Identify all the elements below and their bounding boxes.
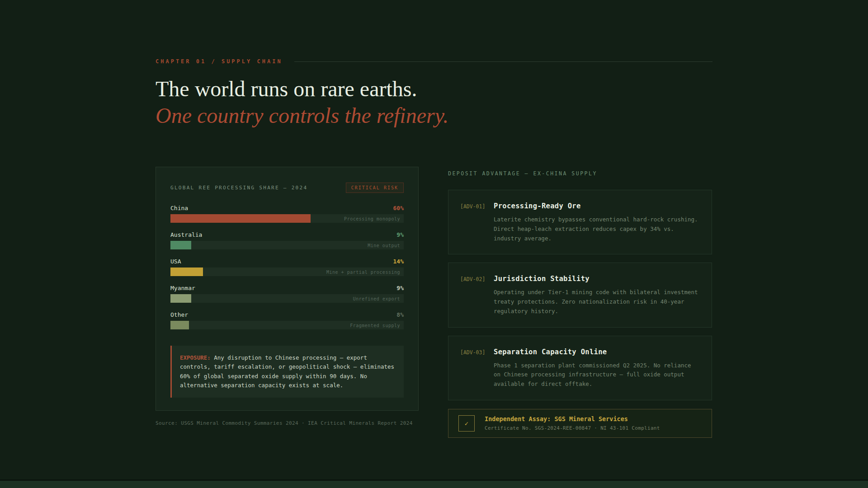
bar-chart: China 60% Processing monopoly Australia … (170, 205, 404, 329)
bar-row-china: China 60% Processing monopoly (170, 205, 404, 223)
bar-row-other: Other 8% Fragmented supply (170, 311, 404, 329)
bar-note: Mine output (368, 243, 400, 248)
certificate-title: Independent Assay: SGS Mineral Services (485, 415, 660, 422)
bar-label: USA (170, 258, 181, 265)
deposit-advantage-column: DEPOSIT ADVANTAGE — EX-CHINA SUPPLY [ADV… (448, 167, 712, 438)
exposure-text: Any disruption to Chinese processing — e… (180, 354, 394, 389)
advantage-title: Jurisdiction Stability (494, 275, 700, 283)
exposure-warning-box: EXPOSURE: Any disruption to Chinese proc… (170, 346, 404, 398)
checkmark-icon: ✓ (458, 415, 475, 432)
bar-track: Unrefined export (170, 294, 404, 303)
bar-value: 8% (396, 311, 404, 318)
advantage-card-2: [ADV-02] Jurisdiction Stability Operatin… (448, 263, 712, 327)
bar-row-australia: Australia 9% Mine output (170, 231, 404, 249)
bar-label: Australia (170, 231, 202, 238)
bar-track: Fragmented supply (170, 321, 404, 329)
advantage-id: [ADV-02] (460, 275, 489, 316)
certificate-number: Certificate No. SGS-2024-REE-00847 · NI … (485, 425, 660, 431)
bar-label: Other (170, 311, 188, 318)
bar-note: Processing monopoly (344, 216, 400, 221)
advantages-header: DEPOSIT ADVANTAGE — EX-CHINA SUPPLY (448, 170, 712, 177)
bar-value: 9% (396, 231, 404, 238)
chart-title: GLOBAL REE PROCESSING SHARE — 2024 (170, 185, 307, 191)
advantage-card-1: [ADV-01] Processing-Ready Ore Laterite c… (448, 190, 712, 254)
bar-note: Mine + partial processing (326, 269, 400, 274)
bar-fill (170, 214, 311, 223)
bar-fill (170, 321, 189, 329)
exposure-label: EXPOSURE: (180, 354, 211, 361)
bar-label: China (170, 205, 188, 211)
advantage-title: Processing-Ready Ore (494, 202, 700, 210)
bar-value: 14% (393, 258, 404, 265)
advantage-body: Laterite chemistry bypasses conventional… (494, 215, 700, 243)
headline-primary: The world runs on rare earths. (156, 75, 712, 102)
advantage-title: Separation Capacity Online (494, 348, 700, 356)
bar-label: Myanmar (170, 285, 195, 291)
bar-track: Mine output (170, 241, 404, 249)
bar-value: 9% (396, 285, 404, 291)
section-supply-chain: CHAPTER 01 / SUPPLY CHAIN The world runs… (156, 58, 712, 438)
advantage-body: Operating under Tier-1 mining code with … (494, 288, 700, 316)
bar-track: Processing monopoly (170, 214, 404, 223)
headline-accent: One country controls the refinery. (156, 102, 712, 129)
page-title: The world runs on rare earths. One count… (156, 75, 712, 129)
advantage-card-3: [ADV-03] Separation Capacity Online Phas… (448, 336, 712, 400)
bar-row-myanmar: Myanmar 9% Unrefined export (170, 285, 404, 303)
bar-value: 60% (393, 205, 404, 211)
next-section-edge (0, 479, 868, 488)
critical-risk-badge: CRITICAL RISK (346, 183, 404, 193)
assay-certificate-box: ✓ Independent Assay: SGS Mineral Service… (448, 409, 712, 438)
chapter-rule-divider (294, 61, 712, 62)
bar-note: Unrefined export (353, 296, 400, 301)
bar-track: Mine + partial processing (170, 267, 404, 276)
bar-fill (170, 241, 191, 249)
bar-row-usa: USA 14% Mine + partial processing (170, 258, 404, 276)
chapter-label: CHAPTER 01 / SUPPLY CHAIN (156, 58, 283, 65)
bar-fill (170, 294, 191, 303)
chapter-header: CHAPTER 01 / SUPPLY CHAIN (156, 58, 712, 65)
bar-note: Fragmented supply (350, 323, 400, 328)
bar-fill (170, 267, 203, 276)
advantage-body: Phase 1 separation plant commissioned Q2… (494, 361, 700, 389)
source-citation: Source: USGS Mineral Commodity Summaries… (156, 420, 419, 426)
advantage-id: [ADV-01] (460, 202, 489, 243)
processing-share-panel: GLOBAL REE PROCESSING SHARE — 2024 CRITI… (156, 167, 419, 411)
advantage-id: [ADV-03] (460, 348, 489, 389)
